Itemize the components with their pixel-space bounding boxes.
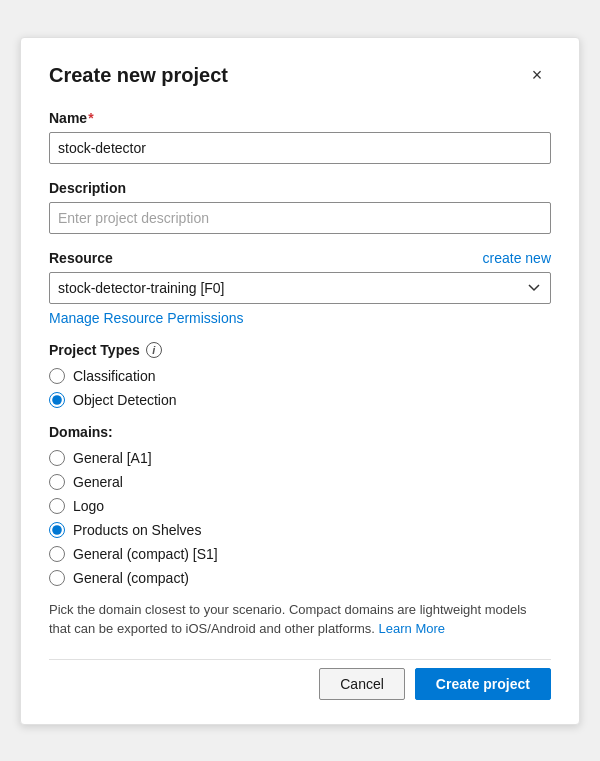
resource-label: Resource (49, 250, 113, 266)
name-input[interactable] (49, 132, 551, 164)
domain-general-compact-label: General (compact) (73, 570, 189, 586)
classification-label: Classification (73, 368, 155, 384)
create-new-link[interactable]: create new (483, 250, 551, 266)
domains-label: Domains: (49, 424, 551, 440)
domains-section: Domains: General [A1] General Logo Produ… (49, 424, 551, 586)
domain-general-compact-s1-label: General (compact) [S1] (73, 546, 218, 562)
dialog-header: Create new project × (49, 62, 551, 90)
project-types-label: Project Types i (49, 342, 551, 358)
required-indicator: * (88, 110, 93, 126)
domain-logo-label: Logo (73, 498, 104, 514)
project-types-group: Project Types i Classification Object De… (49, 342, 551, 408)
object-detection-radio[interactable] (49, 392, 65, 408)
description-field-group: Description (49, 180, 551, 234)
classification-radio[interactable] (49, 368, 65, 384)
domain-general-compact-s1-radio[interactable] (49, 546, 65, 562)
name-field-group: Name* (49, 110, 551, 164)
domain-products-shelves-radio[interactable] (49, 522, 65, 538)
domain-general-a1-radio[interactable] (49, 450, 65, 466)
domain-products-shelves-label: Products on Shelves (73, 522, 201, 538)
domain-general-item[interactable]: General (49, 474, 551, 490)
dialog-overlay: Create new project × Name* Description R… (0, 0, 600, 761)
create-project-button[interactable]: Create project (415, 668, 551, 700)
domain-products-shelves-item[interactable]: Products on Shelves (49, 522, 551, 538)
hint-text: Pick the domain closest to your scenario… (49, 600, 551, 639)
create-project-dialog: Create new project × Name* Description R… (20, 37, 580, 725)
resource-select[interactable]: stock-detector-training [F0] (49, 272, 551, 304)
dialog-footer: Cancel Create project (49, 659, 551, 700)
close-button[interactable]: × (523, 62, 551, 90)
domains-radio-group: General [A1] General Logo Products on Sh… (49, 450, 551, 586)
manage-permissions-link[interactable]: Manage Resource Permissions (49, 310, 244, 326)
classification-radio-item[interactable]: Classification (49, 368, 551, 384)
domain-general-label: General (73, 474, 123, 490)
object-detection-label: Object Detection (73, 392, 177, 408)
description-input[interactable] (49, 202, 551, 234)
cancel-button[interactable]: Cancel (319, 668, 405, 700)
domain-general-a1-item[interactable]: General [A1] (49, 450, 551, 466)
project-types-radio-group: Classification Object Detection (49, 368, 551, 408)
object-detection-radio-item[interactable]: Object Detection (49, 392, 551, 408)
project-types-info-icon[interactable]: i (146, 342, 162, 358)
domain-general-a1-label: General [A1] (73, 450, 152, 466)
domain-general-radio[interactable] (49, 474, 65, 490)
name-label: Name* (49, 110, 551, 126)
domain-logo-item[interactable]: Logo (49, 498, 551, 514)
domain-general-compact-item[interactable]: General (compact) (49, 570, 551, 586)
domain-general-compact-s1-item[interactable]: General (compact) [S1] (49, 546, 551, 562)
resource-field-group: Resource create new stock-detector-train… (49, 250, 551, 326)
resource-header: Resource create new (49, 250, 551, 266)
learn-more-link[interactable]: Learn More (379, 621, 445, 636)
domain-logo-radio[interactable] (49, 498, 65, 514)
description-label: Description (49, 180, 551, 196)
dialog-title: Create new project (49, 64, 228, 87)
domain-general-compact-radio[interactable] (49, 570, 65, 586)
